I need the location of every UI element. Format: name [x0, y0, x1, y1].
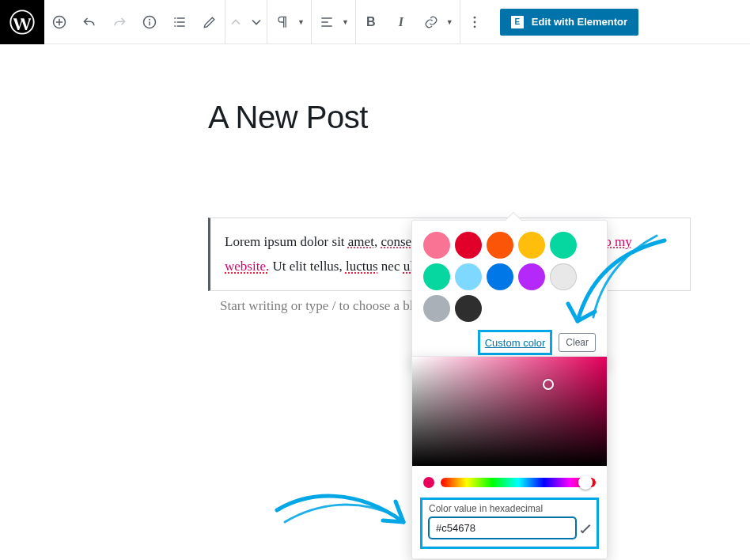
custom-color-highlight: Custom color [478, 330, 553, 355]
edit-with-elementor-button[interactable]: E Edit with Elementor [500, 9, 638, 36]
svg-point-5 [473, 21, 475, 23]
align-button[interactable] [312, 0, 342, 44]
color-swatch-6[interactable] [455, 263, 482, 290]
saturation-cursor[interactable] [543, 379, 554, 390]
align-left-icon [319, 14, 335, 30]
elementor-label: Edit with Elementor [532, 16, 627, 28]
hex-input-label: Color value in hexadecimal [429, 503, 590, 514]
expand-chevron-icon[interactable] [581, 523, 591, 533]
color-swatch-7[interactable] [487, 263, 513, 290]
hue-slider[interactable] [441, 478, 596, 487]
color-swatch-3[interactable] [518, 232, 545, 259]
add-block-button[interactable] [44, 0, 74, 44]
paragraph-type-caret[interactable]: ▼ [297, 18, 311, 26]
color-swatch-grid [423, 232, 596, 322]
color-swatch-10[interactable] [423, 295, 450, 322]
top-toolbar: ▼ ▼ B I ▼ E Edit with Elementor [0, 0, 750, 44]
bold-button[interactable]: B [356, 0, 386, 44]
move-up-button[interactable] [225, 0, 246, 44]
svg-point-3 [149, 18, 150, 20]
svg-point-6 [473, 25, 475, 28]
hex-input[interactable] [429, 517, 576, 539]
plus-circle-icon [51, 14, 67, 30]
wordpress-logo[interactable] [0, 0, 44, 44]
info-button[interactable] [134, 0, 165, 44]
color-swatch-8[interactable] [518, 263, 545, 290]
color-swatch-2[interactable] [487, 232, 513, 259]
color-swatch-0[interactable] [423, 232, 450, 259]
link-icon [423, 14, 439, 30]
link-button[interactable] [416, 0, 446, 44]
text: Lorem ipsum dolor sit [225, 234, 348, 249]
svg-point-0 [10, 10, 33, 33]
misspelled-word: luctus [346, 259, 378, 274]
redo-icon [112, 14, 127, 30]
color-swatch-4[interactable] [550, 232, 577, 259]
new-block-placeholder[interactable]: Start writing or type / to choose a bl [220, 298, 414, 314]
redo-button[interactable] [104, 0, 134, 44]
bold-icon: B [366, 15, 376, 29]
hue-thumb[interactable] [578, 475, 593, 490]
edit-button[interactable] [195, 0, 225, 44]
saturation-area[interactable] [412, 357, 607, 466]
clear-color-button[interactable]: Clear [559, 333, 596, 352]
align-caret[interactable]: ▼ [342, 18, 355, 26]
outline-button[interactable] [165, 0, 195, 44]
list-icon [172, 14, 188, 30]
color-swatch-9[interactable] [550, 263, 577, 290]
annotation-arrow-bottom [271, 467, 421, 546]
color-swatch-5[interactable] [423, 263, 450, 290]
color-picker-panel: Color value in hexadecimal [411, 356, 608, 559]
text: nec [378, 259, 403, 274]
pilcrow-icon [275, 14, 290, 30]
paragraph-type-button[interactable] [267, 0, 297, 44]
italic-icon: I [399, 15, 403, 29]
post-title[interactable]: A New Post [208, 100, 750, 135]
misspelled-word: amet [348, 234, 374, 249]
italic-button[interactable]: I [386, 0, 416, 44]
editor-canvas: A New Post Lorem ipsum dolor sit amet, c… [0, 44, 750, 135]
elementor-icon: E [511, 16, 524, 28]
text-color-popover: Custom color Clear [411, 220, 608, 365]
color-swatch-11[interactable] [455, 295, 482, 322]
undo-icon [81, 14, 97, 30]
more-format-caret[interactable]: ▼ [446, 18, 460, 26]
color-preview-dot [423, 477, 434, 488]
more-options-button[interactable] [460, 0, 489, 44]
chevron-down-icon [248, 14, 264, 30]
info-icon [142, 14, 157, 30]
color-swatch-1[interactable] [455, 232, 482, 259]
popover-arrow [505, 212, 523, 230]
text: Ut elit tellus, [269, 259, 346, 274]
wordpress-icon [9, 9, 35, 35]
chevron-up-icon [228, 14, 244, 30]
svg-point-4 [473, 16, 475, 18]
pencil-icon [202, 14, 218, 30]
move-down-button[interactable] [246, 0, 267, 44]
undo-button[interactable] [74, 0, 104, 44]
custom-color-link[interactable]: Custom color [485, 337, 546, 349]
hex-input-highlight: Color value in hexadecimal [420, 498, 599, 549]
dots-vertical-icon [467, 14, 483, 30]
